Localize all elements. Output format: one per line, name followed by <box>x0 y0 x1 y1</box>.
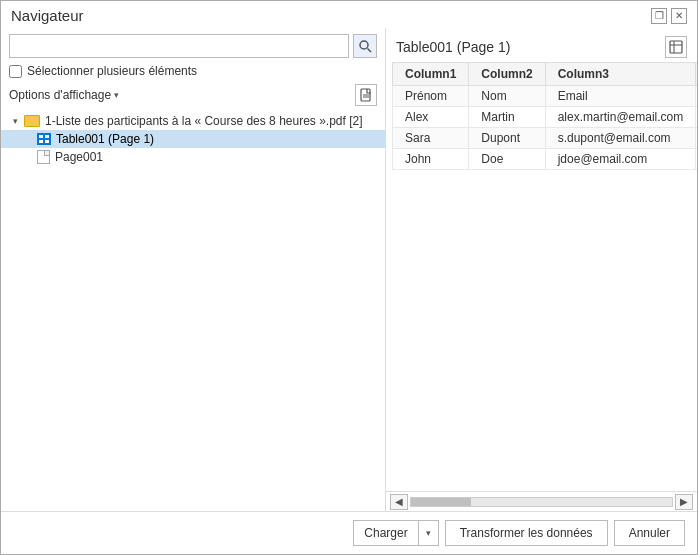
search-icon <box>359 40 372 53</box>
preview-action-button[interactable] <box>665 36 687 58</box>
table-row: JohnDoejdoe@email.com01-23-45- <box>393 149 698 170</box>
cancel-button[interactable]: Annuler <box>614 520 685 546</box>
tree-table001-label: Table001 (Page 1) <box>56 132 154 146</box>
expand-icon: ▾ <box>9 116 21 126</box>
table-header-row: Column1 Column2 Column3 Column4 <box>393 63 698 86</box>
table-cell: Doe <box>469 149 545 170</box>
col-header-2: Column2 <box>469 63 545 86</box>
dialog-footer: Charger ▾ Transformer les données Annule… <box>1 511 697 554</box>
table-cell: 01-23-45- <box>696 107 697 128</box>
right-panel: Table001 (Page 1) Column1 Column2 <box>386 28 697 511</box>
table-cell: s.dupont@email.com <box>545 128 696 149</box>
table-cell: Dupont <box>469 128 545 149</box>
table-preview-icon <box>669 40 683 54</box>
close-button[interactable]: ✕ <box>671 8 687 24</box>
col-label-2: Nom <box>469 86 545 107</box>
load-dropdown-arrow[interactable]: ▾ <box>418 521 438 545</box>
load-button-label: Charger <box>354 526 417 540</box>
options-row: Options d'affichage ▾ <box>1 82 385 110</box>
title-bar: Navigateur ❐ ✕ <box>1 1 697 28</box>
col-label-3: Email <box>545 86 696 107</box>
scroll-track[interactable] <box>410 497 673 507</box>
table-cell: John <box>393 149 469 170</box>
col-label-1: Prénom <box>393 86 469 107</box>
table-cell: Alex <box>393 107 469 128</box>
transform-button[interactable]: Transformer les données <box>445 520 608 546</box>
restore-button[interactable]: ❐ <box>651 8 667 24</box>
search-row <box>1 34 385 64</box>
table-row: AlexMartinalex.martin@email.com01-23-45- <box>393 107 698 128</box>
preview-title: Table001 (Page 1) <box>396 39 510 55</box>
preview-header: Table001 (Page 1) <box>386 28 697 62</box>
tree-item-table001[interactable]: Table001 (Page 1) <box>1 130 385 148</box>
data-table: Column1 Column2 Column3 Column4 Prénom N… <box>392 62 697 170</box>
doc-icon <box>360 88 373 102</box>
folder-icon <box>24 115 40 127</box>
options-display-label[interactable]: Options d'affichage ▾ <box>9 88 119 102</box>
dialog-title: Navigateur <box>11 7 84 24</box>
scroll-thumb <box>411 498 471 506</box>
table-cell: 01-23-45- <box>696 149 697 170</box>
search-button[interactable] <box>353 34 377 58</box>
table-label-row: Prénom Nom Email Numéro d <box>393 86 698 107</box>
tree-root-label: 1-Liste des participants à la « Course d… <box>45 114 363 128</box>
table-container: Column1 Column2 Column3 Column4 Prénom N… <box>386 62 697 491</box>
tree-page001-label: Page001 <box>55 150 103 164</box>
scroll-right-button[interactable]: ▶ <box>675 494 693 510</box>
scroll-left-button[interactable]: ◀ <box>390 494 408 510</box>
tree-area: ▾ 1-Liste des participants à la « Course… <box>1 110 385 511</box>
col-label-4: Numéro d <box>696 86 697 107</box>
chevron-down-icon: ▾ <box>114 90 119 100</box>
col-header-3: Column3 <box>545 63 696 86</box>
navigator-dialog: Navigateur ❐ ✕ Sélectionner plusieurs él… <box>0 0 698 555</box>
col-header-4: Column4 <box>696 63 697 86</box>
svg-point-0 <box>360 41 368 49</box>
svg-line-1 <box>367 48 371 52</box>
table-icon <box>37 133 51 145</box>
title-bar-controls: ❐ ✕ <box>651 8 687 24</box>
search-input[interactable] <box>9 34 349 58</box>
left-panel: Sélectionner plusieurs éléments Options … <box>1 28 386 511</box>
page-icon <box>37 150 50 164</box>
select-multiple-label: Sélectionner plusieurs éléments <box>27 64 197 78</box>
table-cell: Sara <box>393 128 469 149</box>
col-header-1: Column1 <box>393 63 469 86</box>
tree-item-root[interactable]: ▾ 1-Liste des participants à la « Course… <box>1 112 385 130</box>
select-multiple-checkbox[interactable] <box>9 65 22 78</box>
table-row: SaraDuponts.dupont@email.com01-23-45- <box>393 128 698 149</box>
table-cell: alex.martin@email.com <box>545 107 696 128</box>
table-cell: 01-23-45- <box>696 128 697 149</box>
scroll-bar-area: ◀ ▶ <box>386 491 697 511</box>
table-cell: Martin <box>469 107 545 128</box>
tree-group: ▾ 1-Liste des participants à la « Course… <box>1 110 385 168</box>
tree-item-page001[interactable]: Page001 <box>1 148 385 166</box>
load-button[interactable]: Charger ▾ <box>353 520 438 546</box>
options-action-button[interactable] <box>355 84 377 106</box>
checkbox-row: Sélectionner plusieurs éléments <box>1 64 385 82</box>
dialog-body: Sélectionner plusieurs éléments Options … <box>1 28 697 511</box>
svg-rect-5 <box>670 41 682 53</box>
table-cell: jdoe@email.com <box>545 149 696 170</box>
